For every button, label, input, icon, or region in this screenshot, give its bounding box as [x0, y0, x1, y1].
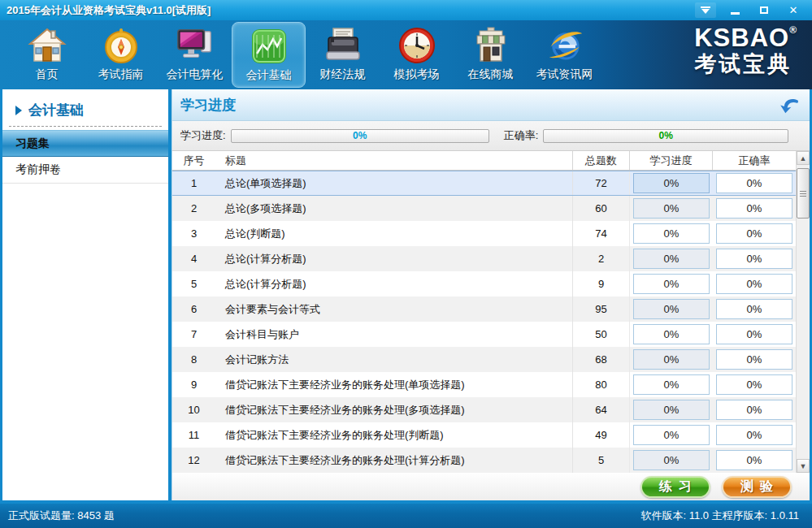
nav-item-label: 会计电算化: [167, 67, 224, 82]
row-number: 12: [172, 454, 215, 466]
sidebar-item-label: 习题集: [15, 136, 50, 151]
row-number: 4: [172, 253, 215, 265]
window-title: 2015年会计从业资格考试宝典v11.0[试用版]: [0, 3, 695, 18]
nav-item-5[interactable]: 财经法规: [306, 22, 380, 88]
app-window: 2015年会计从业资格考试宝典v11.0[试用版] ✕ 首页考试指南会计电算化会…: [0, 0, 812, 528]
study-progress-bar: 0%: [231, 129, 489, 143]
row-number: 2: [172, 202, 215, 214]
table-row[interactable]: 9借贷记账法下主要经济业务的账务处理(单项选择题)800%0%: [172, 372, 796, 397]
table-wrap: 序号 标题 总题数 学习进度 正确率 1总论(单项选择题)720%0%2总论(多…: [172, 151, 810, 473]
row-accuracy-cell: 0%: [713, 324, 796, 344]
question-count: 正式版试题量: 8453 题: [8, 509, 115, 523]
nav-item-8[interactable]: 考试资讯网: [528, 22, 601, 88]
accuracy-label: 正确率:: [504, 128, 539, 143]
nav-item-label: 在线商城: [468, 67, 514, 82]
row-number: 6: [172, 303, 215, 315]
page-title: 学习进度: [180, 96, 236, 115]
row-number: 9: [172, 379, 215, 391]
nav-item-3[interactable]: 会计电算化: [158, 22, 232, 88]
sidebar-item-2[interactable]: 考前押卷: [2, 157, 168, 184]
back-arrow-icon[interactable]: [777, 93, 801, 117]
col-header-title: 标题: [215, 151, 573, 170]
table-row[interactable]: 4总论(计算分析题)20%0%: [172, 246, 796, 271]
row-accuracy-cell: 0%: [713, 299, 796, 319]
row-total-questions: 72: [573, 171, 630, 195]
row-title: 总论(计算分析题): [215, 271, 573, 296]
table-row[interactable]: 10借贷记账法下主要经济业务的账务处理(多项选择题)640%0%: [172, 397, 796, 422]
triangle-right-icon: [15, 106, 22, 115]
statusbar: 正式版试题量: 8453 题 软件版本: 11.0 主程序版本: 1.0.11: [0, 504, 812, 528]
row-accuracy-value: 0%: [716, 425, 792, 445]
row-progress-cell: 0%: [630, 198, 713, 219]
row-accuracy-value: 0%: [716, 223, 792, 244]
row-progress-value: 0%: [633, 349, 710, 370]
nav-items: 首页考试指南会计电算化会计基础财经法规模拟考场在线商城考试资讯网: [10, 20, 601, 89]
minimize-button[interactable]: [724, 2, 745, 18]
sidebar-items: 习题集考前押卷: [2, 130, 168, 184]
test-button[interactable]: 测验: [722, 476, 792, 498]
scroll-track[interactable]: [797, 165, 810, 459]
titlebar: 2015年会计从业资格考试宝典v11.0[试用版] ✕: [0, 0, 812, 20]
window-controls: ✕: [695, 2, 812, 18]
scroll-up-button[interactable]: ▲: [797, 151, 810, 165]
row-total-questions: 95: [573, 296, 630, 322]
table-row[interactable]: 1总论(单项选择题)720%0%: [172, 171, 796, 196]
row-progress-value: 0%: [633, 425, 710, 445]
row-progress-value: 0%: [633, 450, 710, 470]
row-progress-value: 0%: [633, 223, 710, 244]
table-row[interactable]: 12借贷记账法下主要经济业务的账务处理(计算分析题)50%0%: [172, 448, 796, 473]
row-total-questions: 64: [573, 397, 630, 422]
registered-mark: ®: [789, 24, 797, 36]
table-row[interactable]: 8会计记账方法680%0%: [172, 347, 796, 372]
nav-item-label: 会计基础: [246, 68, 292, 83]
table-row[interactable]: 6会计要素与会计等式950%0%: [172, 296, 796, 322]
table-row[interactable]: 7会计科目与账户500%0%: [172, 322, 796, 347]
row-progress-cell: 0%: [630, 425, 713, 445]
row-title: 会计要素与会计等式: [215, 296, 573, 322]
table-body: 1总论(单项选择题)720%0%2总论(多项选择题)600%0%3总论(判断题)…: [172, 171, 796, 473]
skin-menu-button[interactable]: [695, 2, 716, 18]
row-accuracy-cell: 0%: [713, 349, 796, 370]
study-progress-value: 0%: [353, 130, 367, 141]
row-progress-value: 0%: [633, 374, 710, 395]
shop-icon: [471, 25, 511, 66]
row-progress-cell: 0%: [630, 400, 713, 420]
table-row[interactable]: 5总论(计算分析题)90%0%: [172, 271, 796, 296]
row-accuracy-cell: 0%: [713, 198, 796, 219]
vertical-scrollbar[interactable]: ▲ ▼: [796, 151, 810, 473]
close-button[interactable]: ✕: [783, 2, 804, 18]
arrow-up-icon: ▲: [800, 154, 807, 162]
scroll-thumb[interactable]: [797, 168, 810, 219]
home-icon: [27, 25, 67, 66]
row-accuracy-cell: 0%: [713, 274, 796, 294]
nav-item-label: 财经法规: [320, 67, 366, 82]
table-row[interactable]: 3总论(判断题)740%0%: [172, 221, 796, 246]
row-progress-cell: 0%: [630, 274, 713, 294]
nav-item-2[interactable]: 考试指南: [84, 22, 158, 88]
bottom-bar: 练习 测验: [172, 473, 810, 500]
practice-button[interactable]: 练习: [640, 476, 710, 498]
col-header-progress: 学习进度: [630, 151, 713, 170]
grip-icon: [800, 191, 806, 197]
table-row[interactable]: 2总论(多项选择题)600%0%: [172, 196, 796, 221]
maximize-button[interactable]: [753, 2, 775, 18]
row-progress-cell: 0%: [630, 173, 713, 193]
nav-item-6[interactable]: 模拟考场: [380, 22, 454, 88]
nav-item-1[interactable]: 首页: [10, 22, 84, 88]
sidebar-item-1[interactable]: 习题集: [2, 130, 168, 157]
row-total-questions: 80: [573, 372, 630, 397]
nav-item-7[interactable]: 在线商城: [454, 22, 528, 88]
row-total-questions: 74: [573, 221, 630, 246]
nav-item-label: 模拟考场: [394, 67, 440, 82]
row-number: 7: [172, 328, 215, 340]
row-accuracy-value: 0%: [716, 450, 792, 470]
table-row[interactable]: 11借贷记账法下主要经济业务的账务处理(判断题)490%0%: [172, 422, 796, 448]
scroll-down-button[interactable]: ▼: [797, 459, 810, 473]
accuracy-bar: 0%: [543, 129, 788, 143]
row-number: 5: [172, 278, 215, 290]
chart-icon: [249, 26, 289, 67]
progress-summary: 学习进度: 0% 正确率: 0%: [172, 121, 810, 151]
logo-text-cn: 考试宝典: [694, 54, 797, 76]
row-accuracy-value: 0%: [716, 324, 792, 344]
nav-item-4[interactable]: 会计基础: [232, 22, 306, 88]
